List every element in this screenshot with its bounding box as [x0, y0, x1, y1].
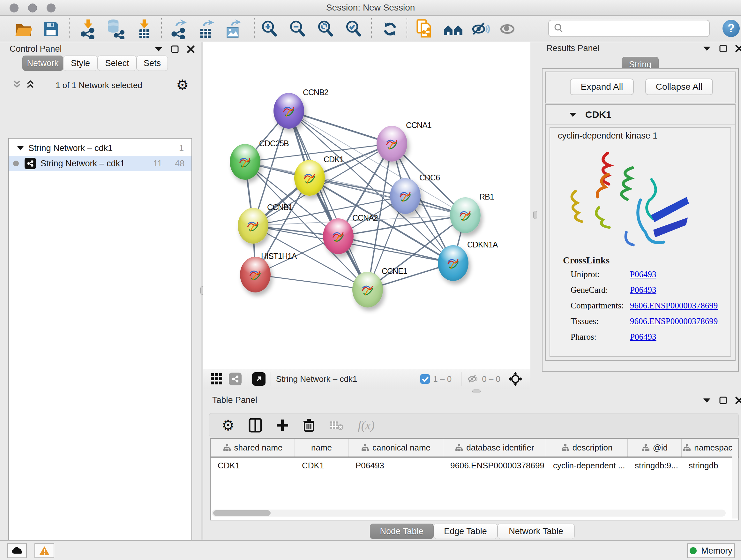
edge-CCNB2-CCNE1[interactable]	[289, 111, 367, 290]
node-CDC25B[interactable]	[230, 144, 260, 180]
column-header-namespace[interactable]: namespace	[682, 439, 738, 456]
tab-sets[interactable]: Sets	[137, 56, 168, 71]
tab-style[interactable]: Style	[63, 56, 98, 71]
network-options-gear-icon[interactable]: ⚙	[176, 77, 189, 93]
column-header--id[interactable]: @id	[628, 439, 682, 456]
clone-network-icon[interactable]	[415, 19, 435, 39]
panel-float-icon[interactable]	[719, 45, 727, 52]
search-box[interactable]	[548, 20, 710, 37]
crosslink-link[interactable]: P06493	[630, 332, 657, 342]
table-cell[interactable]: stringdb	[682, 461, 738, 471]
horizontal-scrollbar[interactable]	[212, 509, 726, 516]
node-HIST1H1A[interactable]	[240, 257, 271, 293]
collection-expander-icon[interactable]	[17, 145, 24, 151]
splitter-handle[interactable]	[533, 211, 537, 219]
add-column-icon[interactable]	[276, 419, 289, 432]
zoom-in-icon[interactable]	[259, 19, 280, 39]
tab-network-table[interactable]: Network Table	[497, 523, 575, 539]
panel-menu-icon[interactable]	[703, 45, 711, 52]
crosslink-link[interactable]: P06493	[630, 285, 657, 295]
panel-close-icon[interactable]	[735, 45, 741, 52]
table-cell[interactable]: cyclin-dependent ...	[546, 461, 628, 471]
results-panel-splitter[interactable]	[530, 42, 539, 393]
help-icon[interactable]: ?	[723, 20, 740, 37]
node-RB1[interactable]	[450, 197, 481, 233]
export-image-icon[interactable]	[223, 19, 244, 39]
table-cell[interactable]: 9606.ENSP00000378699	[443, 461, 546, 471]
tab-node-table[interactable]: Node Table	[370, 523, 434, 539]
panel-float-icon[interactable]	[719, 396, 727, 404]
search-input[interactable]	[564, 23, 699, 34]
splitter-handle[interactable]	[472, 389, 481, 393]
memory-button[interactable]: Memory	[687, 543, 735, 558]
first-neighbors-icon[interactable]	[443, 19, 463, 39]
table-cell[interactable]: CDK1	[211, 461, 295, 471]
tab-select[interactable]: Select	[98, 56, 137, 71]
hidden-eye-icon[interactable]	[467, 373, 479, 385]
network-row[interactable]: String Network – cdk1 11 48	[9, 156, 192, 171]
collapse-all-button[interactable]: Collapse All	[645, 78, 713, 95]
cloud-status-button[interactable]	[7, 543, 27, 558]
panel-float-icon[interactable]	[171, 45, 179, 53]
node-CDK1[interactable]	[294, 160, 325, 196]
collapse-all-icon[interactable]	[12, 79, 22, 89]
column-header-canonical-name[interactable]: canonical name	[348, 439, 443, 456]
column-header-name[interactable]: name	[295, 439, 348, 456]
edge-CCNB2-CCNA1[interactable]	[289, 111, 392, 144]
edge-HIST1H1A-CCNE1[interactable]	[255, 274, 367, 290]
zoom-fit-icon[interactable]	[315, 19, 336, 39]
node-CCNB1[interactable]	[238, 208, 268, 244]
export-network-icon[interactable]	[169, 19, 189, 39]
birds-eye-view-icon[interactable]	[252, 372, 266, 386]
column-header-shared-name[interactable]: shared name	[211, 439, 295, 456]
crosslink-link[interactable]: 9606.ENSP00000378699	[630, 316, 718, 326]
column-header-database-identifier[interactable]: database identifier	[443, 439, 546, 456]
network-collection-row[interactable]: String Network – cdk1 1	[9, 140, 192, 156]
network-badge-icon[interactable]	[229, 373, 242, 385]
table-cell[interactable]: stringdb:9...	[628, 461, 682, 471]
delete-column-icon[interactable]	[303, 418, 315, 432]
edge-CCNA2-CDKN1A[interactable]	[338, 236, 453, 263]
crosslink-link[interactable]: 9606.ENSP00000378699	[630, 301, 718, 311]
panel-menu-icon[interactable]	[703, 397, 711, 403]
grid-view-icon[interactable]	[210, 373, 223, 385]
table-cell[interactable]: CDK1	[295, 461, 348, 471]
table-cell[interactable]: P06493	[348, 461, 443, 471]
save-session-icon[interactable]	[41, 19, 61, 39]
import-database-icon[interactable]	[105, 19, 125, 39]
show-columns-icon[interactable]	[249, 418, 262, 433]
section-expander-icon[interactable]	[569, 111, 577, 118]
pan-crosshair-icon[interactable]	[508, 372, 523, 386]
expand-all-button[interactable]: Expand All	[570, 78, 634, 95]
selected-checkbox-icon[interactable]	[420, 374, 430, 384]
node-CCNA1[interactable]	[377, 126, 407, 162]
warning-status-button[interactable]	[35, 543, 54, 558]
node-table[interactable]: shared namenamecanonical namedatabase id…	[210, 438, 739, 520]
node-CDC6[interactable]	[390, 178, 421, 214]
zoom-selected-icon[interactable]	[343, 19, 364, 39]
node-CCNE1[interactable]	[352, 272, 383, 307]
show-all-icon[interactable]	[498, 19, 518, 39]
import-table-icon[interactable]	[134, 19, 154, 39]
table-settings-gear-icon[interactable]: ⚙	[221, 418, 234, 433]
node-CCNB2[interactable]	[273, 93, 304, 129]
vertical-scrollbar[interactable]	[732, 439, 738, 518]
node-CDKN1A[interactable]	[438, 245, 468, 281]
tab-network[interactable]: Network	[22, 56, 63, 71]
crosslink-link[interactable]: P06493	[630, 269, 657, 279]
zoom-out-icon[interactable]	[287, 19, 308, 39]
panel-close-icon[interactable]	[187, 45, 195, 53]
horizontal-scrollbar-thumb[interactable]	[213, 510, 271, 516]
export-table-icon[interactable]	[196, 19, 216, 39]
network-canvas[interactable]: CCNB2CCNA1CDC25BCDK1CDC6RB1CCNB1CCNA2CDK…	[203, 42, 530, 369]
table-panel-splitter[interactable]	[203, 388, 530, 393]
table-row[interactable]: CDK1CDK1P064939606.ENSP00000378699cyclin…	[211, 457, 738, 474]
import-network-icon[interactable]	[78, 19, 98, 39]
node-CCNA2[interactable]	[323, 219, 354, 254]
expand-all-icon[interactable]	[25, 79, 35, 89]
refresh-icon[interactable]	[380, 19, 400, 39]
open-file-icon[interactable]	[13, 19, 34, 39]
tab-edge-table[interactable]: Edge Table	[434, 523, 497, 539]
hide-selected-icon[interactable]	[470, 19, 491, 39]
column-header-description[interactable]: description	[546, 439, 628, 456]
